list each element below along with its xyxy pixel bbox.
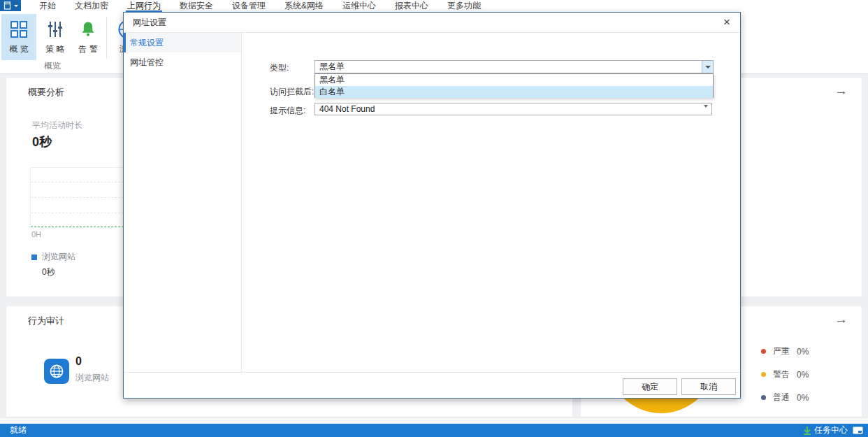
globe-icon	[49, 364, 64, 379]
menu-item-report-center[interactable]: 报表中心	[393, 0, 430, 12]
browse-site-count: 0	[75, 355, 82, 368]
type-dropdown-list: 黑名单 白名单	[314, 73, 714, 98]
ok-button[interactable]: 确定	[623, 378, 677, 395]
tray-panel-icon[interactable]	[853, 427, 863, 434]
browse-site-label: 浏览网站	[75, 372, 109, 384]
combo-dropdown-button[interactable]	[702, 61, 713, 73]
ribbon-policy-label: 策 略	[45, 43, 64, 55]
severity-value: 0%	[797, 347, 809, 357]
legend-value: 0秒	[42, 266, 75, 278]
alert-severity-row: 普通 0%	[761, 392, 809, 403]
ribbon-policy-button[interactable]: 策 略	[40, 14, 71, 60]
menu-item-data-security[interactable]: 数据安全	[178, 0, 215, 12]
cancel-button[interactable]: 取消	[681, 378, 736, 395]
status-ready-text: 就绪	[10, 424, 27, 437]
ribbon-overview-label: 概 览	[9, 43, 28, 55]
dialog-nav-url-control[interactable]: 网址管控	[124, 52, 241, 72]
message-label: 提示信息:	[270, 105, 305, 117]
ribbon-group-label: 概览	[0, 60, 105, 72]
alert-severity-row: 严重 0%	[761, 345, 809, 357]
url-settings-dialog: 网址设置 × 常规设置 网址管控 类型: 黑名单 黑名单 白名单 访问拦截后: …	[123, 12, 741, 399]
type-combobox[interactable]: 黑名单	[314, 60, 714, 73]
severity-dot	[761, 349, 766, 354]
close-icon[interactable]: ×	[721, 16, 733, 29]
menu-item-system-network[interactable]: 系统&网络	[283, 0, 325, 12]
dialog-footer-divider	[124, 372, 740, 373]
statusbar: 就绪 任务中心	[0, 424, 868, 437]
ribbon-alert-button[interactable]: 告 警	[73, 14, 103, 60]
chevron-down-icon	[14, 5, 18, 7]
menu-item-device-mgmt[interactable]: 设备管理	[231, 0, 267, 12]
main-menu: 开始 文档加密 上网行为 数据安全 设备管理 系统&网络 运维中心 报表中心 更…	[38, 0, 482, 12]
menu-item-web-behavior[interactable]: 上网行为	[126, 0, 162, 12]
window-icon	[3, 1, 12, 10]
chart-x-axis-label: 0H	[31, 230, 41, 238]
arrow-right-icon[interactable]: →	[834, 312, 848, 327]
task-center-label: 任务中心	[814, 424, 848, 436]
audit-panel-title: 行为审计	[28, 315, 64, 327]
overview-panel-title: 概要分析	[28, 86, 64, 99]
dialog-nav-divider	[241, 33, 242, 372]
menu-item-start[interactable]: 开始	[38, 0, 57, 12]
legend-square-icon	[31, 255, 37, 260]
message-combobox-value: 404 Not Found	[319, 103, 375, 115]
severity-value: 0%	[797, 393, 809, 403]
app-menu-button[interactable]	[0, 0, 21, 11]
menu-item-doc-encrypt[interactable]: 文档加密	[73, 0, 110, 12]
ribbon-alert-label: 告 警	[78, 43, 97, 55]
task-center-button[interactable]: 任务中心	[803, 424, 848, 436]
intercept-label: 访问拦截后:	[270, 86, 314, 98]
ribbon-group-separator	[106, 17, 107, 59]
download-icon	[803, 426, 811, 435]
arrow-right-icon[interactable]: →	[834, 83, 848, 99]
chart-legend: 浏览网站 0秒	[31, 251, 75, 278]
browse-site-tile	[44, 359, 69, 384]
type-label: 类型:	[270, 62, 289, 74]
dialog-nav-general-settings[interactable]: 常规设置	[124, 33, 241, 52]
legend-label: 浏览网站	[42, 251, 75, 263]
menu-item-ops-center[interactable]: 运维中心	[341, 0, 377, 12]
message-combobox[interactable]: 404 Not Found	[314, 103, 712, 115]
avg-activity-label: 平均活动时长	[32, 120, 82, 131]
severity-dot	[761, 395, 766, 400]
dialog-title: 网址设置	[133, 13, 166, 33]
dropdown-option-blacklist[interactable]: 黑名单	[315, 74, 713, 86]
type-combobox-value: 黑名单	[319, 61, 345, 73]
ribbon-overview-button[interactable]: 概 览	[1, 14, 36, 60]
chevron-down-icon	[704, 108, 708, 117]
severity-label: 严重	[773, 345, 790, 357]
grid-icon	[10, 17, 28, 41]
alert-severity-row: 警告 0%	[761, 368, 809, 380]
severity-dot	[761, 372, 766, 377]
dialog-titlebar: 网址设置 ×	[124, 13, 740, 33]
dropdown-option-whitelist[interactable]: 白名单	[315, 86, 713, 98]
avg-activity-value: 0秒	[32, 134, 52, 150]
chevron-down-icon	[705, 66, 711, 69]
severity-label: 普通	[773, 392, 790, 403]
bell-icon	[79, 17, 97, 41]
menubar: 开始 文档加密 上网行为 数据安全 设备管理 系统&网络 运维中心 报表中心 更…	[0, 0, 868, 12]
sliders-icon	[46, 17, 64, 41]
menu-item-more[interactable]: 更多功能	[446, 0, 482, 12]
status-strip	[0, 417, 868, 424]
severity-value: 0%	[797, 370, 809, 380]
severity-label: 警告	[773, 368, 790, 380]
